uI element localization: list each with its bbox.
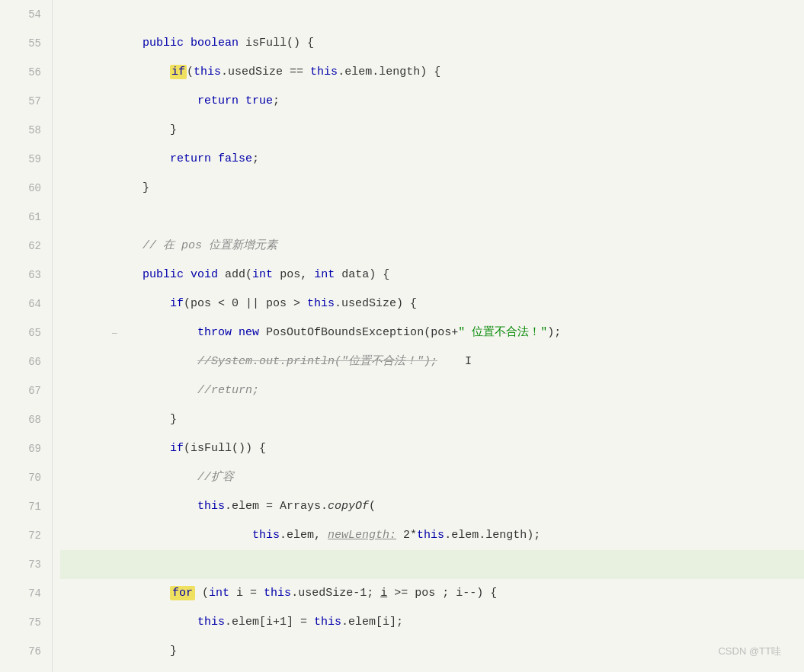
line-num-57: 57 (0, 87, 41, 116)
code-line-61: // 在 pos 位置新增元素 (60, 203, 804, 232)
code-line-64: throw new PosOutOfBoundsException(pos+" … (60, 290, 804, 318)
line-num-70: 70 (0, 463, 41, 492)
line-num-76: 76 (0, 637, 41, 666)
line-num-62: 62 (0, 232, 41, 261)
line-num-56: 56 (0, 58, 41, 87)
line-num-73: 73 (0, 550, 41, 579)
code-line-75: } (60, 608, 804, 637)
code-line-72: } (60, 521, 804, 550)
gutter-divider (52, 0, 53, 672)
code-line-68: if(isFull()) { (60, 405, 804, 434)
code-line-56: return true; (60, 58, 804, 87)
line-numbers: 54 55 56 57 58 59 60 61 62 63 64 65 66 6… (0, 0, 52, 672)
code-line-76: this.elem[pos] = data; (60, 637, 804, 666)
code-line-60 (60, 174, 804, 203)
code-line-54: public boolean isFull() { (60, 0, 804, 29)
code-line-57: } (60, 87, 804, 116)
code-content[interactable]: public boolean isFull() { if(this.usedSi… (53, 0, 804, 672)
code-line-62: public void add(int pos, int data) { (60, 232, 804, 261)
code-line-55: if(this.usedSize == this.elem.length) { (60, 29, 804, 58)
line-num-67: 67 (0, 376, 41, 405)
code-body: 54 55 56 57 58 59 60 61 62 63 64 65 66 6… (0, 0, 804, 672)
line-num-61: 61 (0, 203, 41, 232)
line-num-74: 74 (0, 579, 41, 608)
line-num-59: 59 (0, 145, 41, 174)
line-num-54: 54 (0, 0, 41, 29)
fold-dash-65: — (502, 318, 508, 347)
line-num-55: 55 (0, 29, 41, 58)
line-num-66: 66 (0, 347, 41, 376)
fold-marker-65: — (112, 318, 117, 347)
line-num-65: 65 (0, 318, 41, 347)
code-line-69: //扩容 (60, 434, 804, 463)
code-line-70: this.elem = Arrays.copyOf( (60, 463, 804, 492)
line-num-72: 72 (0, 521, 41, 550)
line-num-75: 75 (0, 608, 41, 637)
code-line-58: return false; (60, 116, 804, 145)
line-num-63: 63 (0, 261, 41, 290)
line-num-60: 60 (0, 174, 41, 203)
code-line-74: this.elem[i+1] = this.elem[i]; (60, 579, 804, 608)
line-num-69: 69 (0, 434, 41, 463)
watermark: CSDN @TT哇 (718, 645, 781, 658)
code-line-63: if(pos < 0 || pos > this.usedSize) { (60, 261, 804, 290)
code-line-67: } (60, 376, 804, 405)
line-num-71: 71 (0, 492, 41, 521)
code-line-66: //return; (60, 347, 804, 376)
line-num-58: 58 (0, 116, 41, 145)
code-line-73: for (int i = this.usedSize-1; i >= pos ;… (60, 550, 804, 579)
code-line-71: this.elem, newLength: 2*this.elem.length… (60, 492, 804, 521)
line-num-68: 68 (0, 405, 41, 434)
code-line-59: } (60, 145, 804, 174)
code-editor: 54 55 56 57 58 59 60 61 62 63 64 65 66 6… (0, 0, 804, 672)
code-line-65: //System.out.println("位置不合法！"); I — — (60, 318, 804, 347)
line-num-64: 64 (0, 290, 41, 318)
